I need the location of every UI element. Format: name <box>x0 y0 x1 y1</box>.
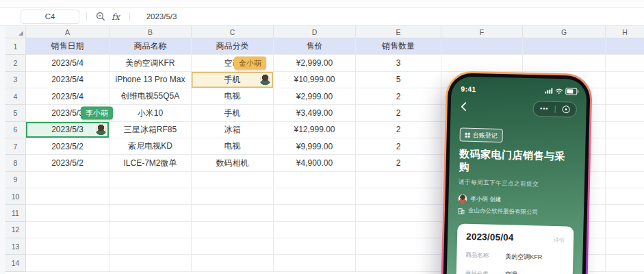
cell-B13[interactable] <box>110 238 192 255</box>
select-all-corner[interactable] <box>5 26 26 38</box>
cell-D8[interactable]: ¥4,900.00 <box>274 155 356 171</box>
cell-C3[interactable]: 手机 <box>192 72 274 88</box>
row-header-10[interactable]: 10 <box>5 188 26 205</box>
cell-C6[interactable]: 冰箱 <box>192 122 274 138</box>
row-header-8[interactable]: 8 <box>5 155 26 171</box>
share-icon[interactable] <box>561 238 572 248</box>
cell-E12[interactable] <box>356 222 441 238</box>
cell-D6[interactable]: ¥12,999.00 <box>274 122 356 138</box>
cell-E3[interactable]: 5 <box>356 72 441 88</box>
cell-A14[interactable] <box>26 255 110 271</box>
cell-D10[interactable] <box>274 188 356 205</box>
cell-A8[interactable]: 2023/5/2 <box>26 155 110 171</box>
cell-C10[interactable] <box>192 188 274 205</box>
cell-A12[interactable] <box>26 222 110 238</box>
cell-E6[interactable]: 2 <box>356 122 441 138</box>
formula-input[interactable]: 2023/5/3 <box>146 12 177 21</box>
cell-D14[interactable] <box>274 255 356 271</box>
column-header-H[interactable]: H <box>606 26 644 38</box>
cell-H10[interactable] <box>606 188 644 205</box>
cell-A1[interactable]: 销售日期 <box>26 38 110 55</box>
cell-C8[interactable]: 数码相机 <box>192 155 274 171</box>
cell-A11[interactable] <box>26 205 110 221</box>
cell-G2[interactable] <box>523 55 606 71</box>
cell-C13[interactable] <box>192 238 274 255</box>
cell-E13[interactable] <box>356 238 441 255</box>
cell-E10[interactable] <box>356 188 441 205</box>
record-card[interactable]: 2023/05/04 详情 商品名称 美的空调KFR 商品分类 空调 售价 ¥2… <box>455 223 574 274</box>
cell-D4[interactable]: ¥2,999.00 <box>274 88 356 105</box>
column-header-G[interactable]: G <box>523 26 606 38</box>
cell-E14[interactable] <box>356 255 441 271</box>
cell-A9[interactable] <box>26 172 110 188</box>
row-header-11[interactable]: 11 <box>5 205 26 221</box>
column-header-A[interactable]: A <box>26 26 110 38</box>
row-header-7[interactable]: 7 <box>5 138 26 155</box>
cell-E4[interactable]: 2 <box>356 88 441 105</box>
cell-H14[interactable] <box>606 255 644 271</box>
cell-B14[interactable] <box>110 255 192 271</box>
row-header-12[interactable]: 12 <box>5 222 26 238</box>
cell-H11[interactable] <box>606 205 644 221</box>
cell-H7[interactable] <box>606 138 644 155</box>
cell-D1[interactable]: 售价 <box>274 38 356 55</box>
cell-A7[interactable]: 2023/5/2 <box>26 138 110 155</box>
cell-B1[interactable]: 商品名称 <box>110 38 192 55</box>
column-header-C[interactable]: C <box>192 26 274 38</box>
cell-F1[interactable] <box>441 38 523 55</box>
cell-B9[interactable] <box>110 172 192 188</box>
cell-D13[interactable] <box>274 238 356 255</box>
cell-D5[interactable]: ¥3,499.00 <box>274 105 356 121</box>
column-header-E[interactable]: E <box>356 26 441 38</box>
row-header-13[interactable]: 13 <box>5 238 26 255</box>
back-chevron-icon[interactable] <box>461 102 467 112</box>
cell-E8[interactable]: 2 <box>356 155 441 171</box>
row-header-6[interactable]: 6 <box>5 122 26 138</box>
row-header-9[interactable]: 9 <box>5 172 26 188</box>
cell-C2[interactable]: 空调金小萌 <box>192 55 274 71</box>
cell-E7[interactable]: 2 <box>356 138 441 155</box>
cell-H8[interactable] <box>606 155 644 171</box>
cell-D2[interactable]: ¥2,999.00 <box>274 55 356 71</box>
column-header-B[interactable]: B <box>110 26 192 38</box>
cell-F2[interactable] <box>441 55 523 71</box>
cell-B5[interactable]: 小米10 <box>110 105 192 121</box>
row-header-5[interactable]: 5 <box>5 105 26 121</box>
cell-B7[interactable]: 索尼电视KD <box>110 138 192 155</box>
cell-D9[interactable] <box>274 172 356 188</box>
cell-A5[interactable]: 2023/5/3李小萌 <box>26 105 110 121</box>
cell-H13[interactable] <box>606 238 644 255</box>
cell-H6[interactable] <box>606 122 644 138</box>
cell-H12[interactable] <box>606 222 644 238</box>
row-header-4[interactable]: 4 <box>5 88 26 105</box>
cell-C9[interactable] <box>192 172 274 188</box>
cell-A4[interactable]: 2023/5/4 <box>26 88 110 105</box>
cell-C14[interactable] <box>192 255 274 271</box>
cell-C12[interactable] <box>192 222 274 238</box>
cell-D3[interactable]: ¥10,999.00 <box>274 72 356 88</box>
cell-E5[interactable]: 2 <box>356 105 441 121</box>
cell-A13[interactable] <box>26 238 110 255</box>
cell-B3[interactable]: iPhone 13 Pro Max <box>110 72 192 88</box>
cell-E11[interactable] <box>356 205 441 221</box>
cell-C1[interactable]: 商品分类 <box>192 38 274 55</box>
more-options-icon[interactable]: ••• <box>540 105 549 112</box>
cell-G1[interactable] <box>523 38 606 55</box>
cell-C4[interactable]: 电视 <box>192 88 274 105</box>
cell-A10[interactable] <box>26 188 110 205</box>
cell-D7[interactable]: ¥9,999.00 <box>274 138 356 155</box>
cell-C11[interactable] <box>192 205 274 221</box>
cell-B6[interactable]: 三星冰箱RF85 <box>110 122 192 138</box>
row-header-3[interactable]: 3 <box>5 72 26 88</box>
cell-name-box[interactable]: C4 <box>21 10 79 24</box>
cell-H1[interactable] <box>606 38 644 55</box>
cell-C5[interactable]: 手机 <box>192 105 274 121</box>
cell-H3[interactable] <box>606 72 644 88</box>
cell-D12[interactable] <box>274 222 356 238</box>
cell-B4[interactable]: 创维电视55Q5A <box>110 88 192 105</box>
cell-B11[interactable] <box>110 205 192 221</box>
cell-E9[interactable] <box>356 172 441 188</box>
row-header-14[interactable]: 14 <box>5 255 26 271</box>
cell-B2[interactable]: 美的空调KFR <box>110 55 192 71</box>
cell-A6[interactable]: 2023/5/3 <box>26 122 110 138</box>
